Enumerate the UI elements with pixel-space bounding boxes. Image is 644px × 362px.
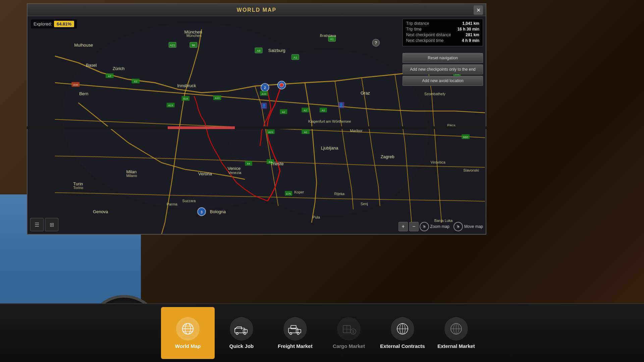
svg-text:$: $ (352, 330, 354, 334)
move-map-icon: 🖱 (453, 222, 463, 231)
svg-text:A10: A10 (262, 93, 267, 96)
svg-text:A2: A2 (304, 131, 307, 134)
svg-text:A2: A2 (304, 109, 307, 112)
list-view-button[interactable]: ☰ (30, 218, 44, 231)
trip-key: Trip distance (406, 21, 429, 26)
map-window-title: WORLD MAP (237, 7, 276, 13)
nav-item-external-market[interactable]: External Market (429, 307, 483, 359)
trip-info-row: Next checkpoint distance281 km (406, 33, 479, 37)
svg-text:96: 96 (192, 43, 195, 47)
svg-text:S16: S16 (183, 97, 188, 100)
explored-value: 64.81% (54, 21, 74, 27)
svg-text:👤: 👤 (261, 103, 266, 108)
svg-text:A13: A13 (215, 97, 220, 100)
map-title-bar: WORLD MAP ✕ (28, 4, 486, 16)
scroll-thumb (168, 126, 235, 129)
map-window: WORLD MAP ✕ (27, 3, 486, 235)
nav-item-external-contracts[interactable]: External Contracts (376, 307, 429, 359)
nav-item-cargo-market[interactable]: $Cargo Market (322, 307, 376, 359)
nav-item-freight-market[interactable]: Freight Market (268, 307, 322, 359)
move-map-label: Move map (464, 224, 483, 229)
svg-text:München: München (186, 34, 202, 38)
svg-text:Zürich: Zürich (113, 66, 125, 71)
zoom-in-button[interactable]: + (398, 222, 408, 231)
nav-icon-freight-market (283, 317, 307, 341)
svg-text:Bologna: Bologna (210, 209, 226, 214)
svg-text:Venezia: Venezia (228, 171, 242, 175)
move-map-control: 🖱 Move map (453, 222, 483, 231)
svg-text:Zagreb: Zagreb (381, 154, 394, 159)
svg-text:Innsbruck: Innsbruck (177, 83, 196, 88)
svg-text:A2: A2 (282, 111, 285, 114)
nav-label-world-map: World Map (175, 343, 201, 349)
svg-text:Mulhouse: Mulhouse (74, 43, 93, 48)
svg-text:Graz: Graz (361, 90, 370, 96)
trip-key: Trip time (406, 27, 422, 32)
svg-text:A3: A3 (134, 80, 137, 83)
svg-text:Slavonski: Slavonski (463, 168, 479, 172)
map-content[interactable]: 96 A21 A8 A1 A1 1 2 3 (28, 16, 486, 234)
svg-text:Bern: Bern (79, 91, 88, 96)
svg-text:2: 2 (264, 86, 266, 90)
svg-text:Koper: Koper (294, 190, 304, 194)
svg-text:Virovitica: Virovitica (431, 160, 446, 164)
nav-label-external-market: External Market (437, 343, 475, 349)
explored-label: Explored: (34, 21, 52, 26)
svg-text:A8: A8 (257, 49, 260, 52)
svg-text:Trieste: Trieste (271, 161, 284, 166)
nav-label-quick-job: Quick Job (229, 343, 254, 349)
nav-item-quick-job[interactable]: Quick Job (215, 307, 268, 359)
nav-item-world-map[interactable]: World Map (161, 307, 215, 359)
svg-point-19 (280, 83, 284, 87)
trip-key: Next checkpoint time (406, 38, 443, 43)
svg-text:Pula: Pula (313, 215, 320, 219)
svg-text:E75: E75 (286, 192, 291, 195)
svg-text:Rijeka: Rijeka (334, 192, 345, 196)
svg-text:Bratislava: Bratislava (320, 34, 336, 38)
svg-text:Torino: Torino (73, 186, 83, 190)
nav-label-freight-market: Freight Market (278, 343, 312, 349)
nav-icon-world-map (176, 317, 200, 341)
svg-text:👤: 👤 (339, 102, 344, 107)
nav-label-cargo-market: Cargo Market (333, 343, 365, 349)
svg-text:Basel: Basel (86, 63, 97, 68)
svg-text:Klagenfurt am Wörthersee: Klagenfurt am Wörthersee (308, 119, 351, 123)
zoom-map-control: 🖱 Zoom map (420, 222, 449, 231)
trip-value: 1,041 km (462, 21, 479, 26)
svg-text:A13: A13 (168, 104, 173, 107)
trip-info-row: Next checkpoint time4 h 9 min (406, 38, 479, 43)
map-bottom-controls: 🖱 Zoom map 🖱 Move map (420, 222, 483, 231)
zoom-out-button[interactable]: − (409, 222, 419, 231)
svg-text:3: 3 (201, 210, 203, 214)
svg-text:A4: A4 (247, 162, 250, 165)
nav-label-external-contracts: External Contracts (380, 343, 425, 349)
svg-text:A1: A1 (293, 56, 297, 59)
trip-value: 4 h 9 min (462, 38, 479, 43)
svg-text:A36: A36 (73, 83, 78, 86)
trip-value: 281 km (466, 33, 479, 37)
svg-text:Genova: Genova (93, 209, 108, 214)
trip-info-row: Trip distance1,041 km (406, 21, 479, 26)
close-button[interactable]: ✕ (474, 5, 483, 15)
explored-badge: Explored: 64.81% (31, 19, 77, 28)
svg-text:Milano: Milano (126, 174, 137, 178)
scroll-bar (27, 126, 486, 129)
reset-navigation-button[interactable]: Reset navigation (402, 53, 483, 63)
svg-text:M60: M60 (463, 136, 468, 139)
svg-text:Verona: Verona (198, 171, 212, 176)
svg-text:A1: A1 (330, 38, 334, 41)
map-view-button[interactable]: ⊞ (45, 218, 58, 231)
add-checkpoints-button[interactable]: Add new checkpoints only to the end (402, 64, 483, 74)
nav-icon-external-contracts (391, 317, 414, 341)
svg-text:?: ? (375, 40, 377, 45)
trip-value: 16 h 30 min (458, 27, 479, 32)
svg-text:Salzburg: Salzburg (268, 48, 285, 53)
zoom-map-icon: 🖱 (420, 222, 429, 231)
zoom-controls: + − (398, 222, 419, 231)
navigation-buttons: Reset navigation Add new checkpoints onl… (402, 53, 483, 86)
map-svg: 96 A21 A8 A1 A1 1 2 3 (28, 16, 486, 234)
add-avoid-button[interactable]: Add new avoid location (402, 76, 483, 86)
trip-key: Next checkpoint distance (406, 33, 451, 37)
zoom-map-label: Zoom map (430, 224, 449, 229)
mini-map-controls: ☰ ⊞ (30, 218, 58, 231)
